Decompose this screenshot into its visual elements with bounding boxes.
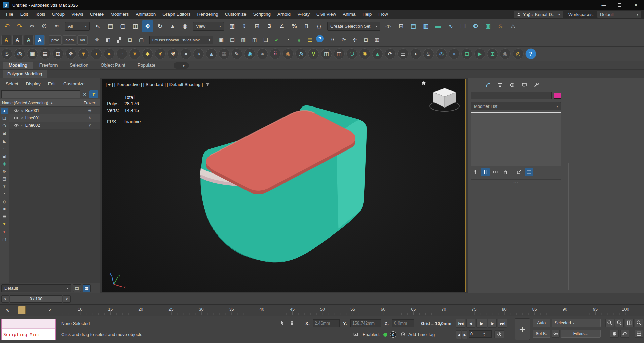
perspective-viewport[interactable]: [ + ] [ Perspective ] [ Standard ] [ Def…: [102, 79, 466, 292]
display-square-icon[interactable]: ■: [1, 206, 8, 212]
scene-explorer-menu-item[interactable]: Display: [23, 81, 44, 86]
explorer-c-icon[interactable]: ◫: [250, 35, 260, 45]
menu-item[interactable]: Customize: [222, 10, 250, 19]
menu-item[interactable]: Help: [359, 10, 375, 19]
timer-icon[interactable]: ◔: [283, 35, 293, 45]
select-object-icon[interactable]: ↖: [92, 20, 104, 32]
set-keys-button[interactable]: +: [515, 318, 530, 340]
spinner-arrows-icon[interactable]: ▲▼: [483, 332, 485, 336]
undo-icon[interactable]: ↶: [1, 20, 13, 32]
project-path-dropdown[interactable]: C:\Users\hakan...s\3ds Max 2026 ▾: [149, 36, 213, 44]
table-row[interactable]: ○ Line001 ✳: [9, 114, 100, 122]
menu-item[interactable]: File: [3, 10, 17, 19]
render-production-icon[interactable]: ♨: [495, 20, 506, 32]
minimize-button[interactable]: —: [596, 0, 612, 10]
plus-grid-icon[interactable]: ⊞: [487, 48, 498, 59]
select-and-move-icon[interactable]: ✥: [142, 20, 153, 32]
render-setup-icon[interactable]: ⚙: [470, 20, 481, 32]
dome-orange-icon[interactable]: ◗: [91, 48, 102, 59]
frozen-toggle-icon[interactable]: ✳: [80, 116, 100, 120]
pin-stack-button[interactable]: [471, 168, 480, 176]
eye-icon[interactable]: [14, 116, 19, 120]
brush-icon[interactable]: ✎: [231, 48, 242, 59]
configure-modifier-sets-button[interactable]: [515, 168, 523, 176]
display-sphere-icon[interactable]: ◉: [1, 161, 8, 167]
go-to-end-button[interactable]: ▶▶|: [498, 319, 507, 328]
close-button[interactable]: ✕: [628, 0, 644, 10]
make-unique-button[interactable]: [491, 168, 500, 176]
particles-icon[interactable]: ✣: [350, 35, 360, 45]
select-by-name-icon[interactable]: ▤: [105, 20, 116, 32]
select-and-link-icon[interactable]: ∞: [26, 20, 38, 32]
swirl-blue-icon[interactable]: ◎: [436, 48, 447, 59]
z-coordinate-field[interactable]: [392, 319, 414, 327]
cycle-icon[interactable]: ⟳: [385, 48, 396, 59]
menu-item[interactable]: V-Ray: [294, 10, 313, 19]
ghost-ring-icon[interactable]: ○: [116, 48, 127, 59]
vray-icon[interactable]: V: [308, 48, 319, 59]
maximize-button[interactable]: [612, 0, 628, 10]
schematic-view-icon[interactable]: ❏: [457, 20, 469, 32]
explorer-b-icon[interactable]: ▥: [238, 35, 249, 45]
display-light-icon[interactable]: ❍: [1, 123, 8, 129]
display-all-icon[interactable]: ●: [1, 108, 8, 114]
clear-search-icon[interactable]: ✕: [81, 92, 88, 97]
display-funnel-red-icon[interactable]: ▼: [1, 228, 8, 235]
viewcube-home-icon[interactable]: [421, 81, 426, 85]
tab-modify[interactable]: [484, 81, 492, 89]
character-icon[interactable]: ◧: [103, 35, 113, 45]
globe-dark-icon[interactable]: ●: [449, 48, 460, 59]
display-frozen-icon[interactable]: ✳: [1, 183, 8, 189]
alem-script-button[interactable]: alem: [63, 35, 76, 45]
play-screen-icon[interactable]: ▶: [474, 48, 485, 59]
select-and-place-icon[interactable]: ◉: [179, 20, 191, 32]
3d-scene-canvas[interactable]: [102, 79, 465, 292]
validate-check-icon[interactable]: ✔: [272, 35, 282, 45]
menu-item[interactable]: Group: [49, 10, 68, 19]
time-slider-handle[interactable]: [18, 306, 26, 314]
unlink-selection-icon[interactable]: ∅: [39, 20, 50, 32]
tab-freeform[interactable]: Freeform: [34, 62, 63, 69]
layer-explorer-button[interactable]: ▤: [73, 284, 81, 292]
lens-icon[interactable]: ◎: [295, 48, 306, 59]
menu-item[interactable]: Arnold: [274, 10, 294, 19]
data-table-icon[interactable]: ▤: [40, 48, 51, 59]
eye-icon[interactable]: [14, 124, 19, 127]
orbit-icon[interactable]: [620, 330, 629, 338]
bell-icon[interactable]: ◗: [410, 48, 421, 59]
project-folder-icon[interactable]: ▣: [216, 35, 226, 45]
workspace-dropdown[interactable]: Default ▾: [597, 11, 641, 18]
menu-item[interactable]: Graph Editors: [159, 10, 194, 19]
populate-flow-icon[interactable]: ❖: [92, 35, 102, 45]
tab-utilities[interactable]: [532, 81, 541, 89]
redo-icon[interactable]: ↷: [14, 20, 25, 32]
scene-explorer-mode-button[interactable]: ▦: [83, 284, 91, 292]
scene-explorer-menu-item[interactable]: Customize: [60, 81, 88, 86]
add-time-tag-button[interactable]: Add Time Tag: [408, 332, 435, 337]
viewport-menus-label[interactable]: [ + ] [ Perspective ] [ Standard ] [ Def…: [106, 82, 203, 87]
display-eye-icon[interactable]: ◔: [1, 191, 8, 197]
tab-populate[interactable]: Populate: [132, 62, 161, 69]
tab-polygon-modeling[interactable]: Polygon Modeling: [3, 70, 47, 78]
beads-icon[interactable]: ⠿: [270, 48, 281, 59]
percent-snap-icon[interactable]: %: [289, 20, 300, 32]
selection-lock-button[interactable]: [289, 320, 295, 327]
play-animation-button[interactable]: ▶: [476, 319, 487, 328]
zero-badge[interactable]: 0: [390, 331, 396, 338]
pixel-grid-icon[interactable]: ▦: [372, 35, 382, 45]
rollout-grip[interactable]: ▪▪▪: [471, 180, 561, 184]
menu-item[interactable]: Modifiers: [107, 10, 132, 19]
maximize-viewport-toggle-icon[interactable]: [635, 330, 643, 338]
select-and-manipulate-icon[interactable]: ⇕: [239, 20, 250, 32]
menu-item[interactable]: Tools: [31, 10, 49, 19]
tab-display[interactable]: [520, 81, 529, 89]
scene-explorer-menu-item[interactable]: Select: [3, 81, 22, 86]
tab-selection[interactable]: Selection: [65, 62, 94, 69]
camera-a-icon[interactable]: ◫: [321, 48, 332, 59]
pan-view-icon[interactable]: [610, 330, 619, 338]
container-icon[interactable]: ▣: [27, 48, 38, 59]
menu-item[interactable]: Anima: [339, 10, 359, 19]
frozen-toggle-icon[interactable]: ✳: [80, 123, 100, 128]
go-to-start-button[interactable]: |◀◀: [456, 319, 465, 328]
moth-icon[interactable]: ✱: [142, 48, 153, 59]
